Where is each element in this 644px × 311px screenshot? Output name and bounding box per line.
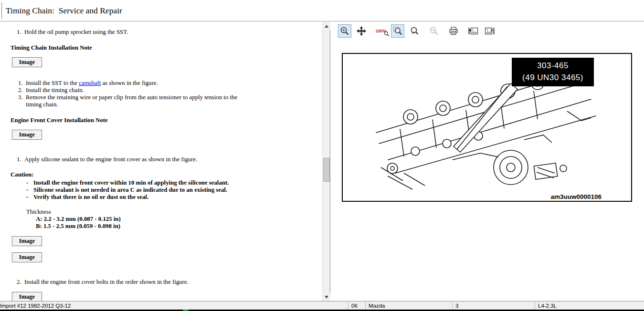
caution-label: Caution: xyxy=(11,171,322,178)
document-panel: 1. Hold the oil pump sprocket using the … xyxy=(0,22,330,301)
sst-tool-alt-number: (49 UN30 3465) xyxy=(522,72,583,84)
image-button-3[interactable]: Image xyxy=(12,236,42,246)
next-image-button[interactable] xyxy=(483,24,496,38)
list-item: 2. Install the timing chain. xyxy=(18,87,322,94)
document-scrollbar[interactable] xyxy=(322,22,330,301)
pan-icon xyxy=(357,26,366,36)
list-item: 1. Install the SST to the camshaft as sh… xyxy=(18,80,322,87)
dash-marker: - xyxy=(26,187,33,194)
status-count: 3 xyxy=(453,301,535,310)
step-text-pre: Install the SST to the xyxy=(26,80,79,86)
pan-button[interactable] xyxy=(355,24,368,38)
procedure-step: 2. Install the engine front cover bolts … xyxy=(17,279,322,286)
image-button-5[interactable]: Image xyxy=(12,292,42,301)
page-title: Timing Chain: Service and Repair xyxy=(6,6,122,16)
image-button-row: Image xyxy=(12,252,322,262)
dash-marker: - xyxy=(26,194,33,201)
caution-list: - Install the engine front cover within … xyxy=(26,179,322,201)
image-button-row: Image xyxy=(12,292,322,301)
status-bar: Import #12 1982-2012 Q3-12 06 Mazda 3 L4… xyxy=(0,301,644,310)
status-code: 06 xyxy=(348,301,366,310)
step-number: 2. xyxy=(17,279,24,286)
zoom-100-icon: 100% xyxy=(375,29,386,33)
zoom-in-button[interactable] xyxy=(338,24,351,38)
caution-item: - Verify that there is no oil or dust on… xyxy=(26,194,322,201)
status-import-info: Import #12 1982-2012 Q3-12 xyxy=(0,301,348,310)
figure-code: am3uuw0000106 xyxy=(550,193,602,200)
list-item: 3. Remove the retaining wire or paper cl… xyxy=(18,94,322,108)
caution-text: Install the engine front cover within 10… xyxy=(33,179,229,187)
section-heading-front-cover: Engine Front Cover Installation Note xyxy=(11,117,322,124)
caution-item: - Install the engine front cover within … xyxy=(26,179,322,187)
thickness-label: Thickness xyxy=(26,208,322,216)
zoom-in-icon xyxy=(340,26,349,36)
step-text: Install the engine front cover bolts in … xyxy=(24,279,189,286)
image-toolbar: 100% xyxy=(330,22,644,40)
zoom-rectangle-icon xyxy=(393,26,402,36)
thickness-b: B: 1.5 - 2.5 mm (0.059 - 0.098 in) xyxy=(36,223,322,230)
down-arrow-icon xyxy=(325,296,328,299)
zoom-rectangle-button[interactable] xyxy=(391,24,404,38)
step-number: 1. xyxy=(17,29,24,36)
step-text: Install the timing chain. xyxy=(26,87,84,94)
image-button-row: Image xyxy=(12,130,322,140)
document-content: 1. Hold the oil pump sprocket using the … xyxy=(0,22,322,301)
image-button-1[interactable]: Image xyxy=(12,57,42,67)
timing-steps-list: 1. Install the SST to the camshaft as sh… xyxy=(18,80,322,108)
procedure-step: 1. Hold the oil pump sprocket using the … xyxy=(17,29,322,36)
status-make: Mazda xyxy=(366,301,453,310)
step-number: 1. xyxy=(18,80,26,87)
caution-item: - Silicone sealant is not needed in area… xyxy=(26,187,322,194)
scrollbar-thumb[interactable] xyxy=(323,158,330,182)
zoom-out-button[interactable] xyxy=(427,24,441,38)
image-button-row: Image xyxy=(12,57,322,67)
zoom-dynamic-icon xyxy=(410,26,419,36)
step-text: Remove the retaining wire or paper clip … xyxy=(26,94,242,108)
procedure-step: 1. Apply silicone sealant to the engine … xyxy=(17,156,322,163)
next-image-icon xyxy=(485,27,495,35)
thickness-a: A: 2.2 - 3.2 mm (0.087 - 0.125 in) xyxy=(36,216,322,223)
step-text: Install the SST to the camshaft as shown… xyxy=(26,80,158,87)
image-button-4[interactable]: Image xyxy=(12,252,42,262)
magnifier-icon xyxy=(384,31,390,37)
status-engine: L4-2.3L xyxy=(535,301,644,310)
print-icon xyxy=(449,27,458,35)
step-text: Apply silicone sealant to the engine fro… xyxy=(24,156,197,163)
title-bar: Timing Chain: Service and Repair xyxy=(0,0,644,21)
section-heading-timing-chain: Timing Chain Installation Note xyxy=(11,44,322,52)
main-split: 1. Hold the oil pump sprocket using the … xyxy=(0,22,644,301)
zoom-dynamic-button[interactable] xyxy=(408,24,421,38)
previous-image-button[interactable] xyxy=(466,24,480,38)
status-import-text: Import #12 1982-2012 Q3-12 xyxy=(0,303,71,309)
image-display-area[interactable]: 303-465 (49 UN30 3465) am3uuw0000106 xyxy=(330,40,644,301)
caution-text: Verify that there is no oil or dust on t… xyxy=(33,194,148,201)
camshaft-link[interactable]: camshaft xyxy=(79,80,101,86)
print-button[interactable] xyxy=(447,24,460,38)
scroll-up-button[interactable] xyxy=(323,22,330,30)
image-button-row: Image xyxy=(12,236,322,246)
caution-text: Silicone sealant is not needed in area C… xyxy=(33,187,227,194)
image-button-2[interactable]: Image xyxy=(12,130,42,140)
title-bar-edge xyxy=(1,2,2,19)
up-arrow-icon xyxy=(325,25,328,28)
step-number: 2. xyxy=(18,87,26,94)
step-number: 1. xyxy=(17,156,24,163)
step-number: 3. xyxy=(18,94,26,108)
figure-frame: 303-465 (49 UN30 3465) am3uuw0000106 xyxy=(342,53,632,202)
sst-tool-label: 303-465 (49 UN30 3465) xyxy=(512,58,594,86)
dash-marker: - xyxy=(26,179,33,187)
sst-tool-number: 303-465 xyxy=(537,60,569,72)
zoom-out-icon xyxy=(429,26,439,36)
zoom-100-button[interactable]: 100% xyxy=(374,24,388,38)
image-viewer-panel: 100% xyxy=(330,22,644,301)
step-text: Hold the oil pump sprocket using the SST… xyxy=(24,29,128,36)
scroll-down-button[interactable] xyxy=(323,293,330,301)
previous-image-icon xyxy=(468,27,478,35)
step-text-post: as shown in the figure. xyxy=(101,80,158,86)
